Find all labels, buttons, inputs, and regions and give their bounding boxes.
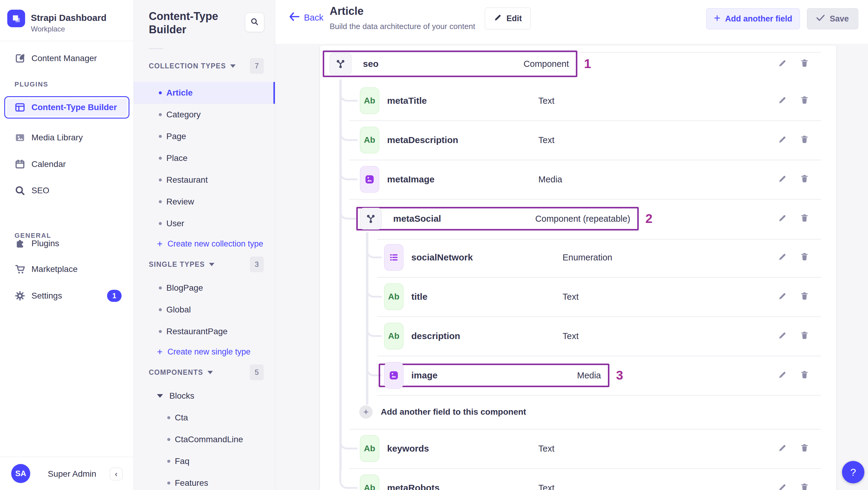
section-count-badge: 7 bbox=[250, 58, 264, 74]
edit-field-button[interactable] bbox=[776, 212, 789, 225]
create-new-collection-type-link[interactable]: +Create new collection type bbox=[134, 235, 275, 253]
field-type: Text bbox=[562, 292, 579, 302]
edit-field-button[interactable] bbox=[776, 57, 789, 70]
save-button[interactable]: Save bbox=[807, 8, 858, 29]
panel-item-review[interactable]: Review bbox=[134, 191, 275, 213]
strapi-logo-icon bbox=[7, 10, 25, 27]
panel-item-global[interactable]: Global bbox=[134, 299, 275, 320]
add-field-to-component-label[interactable]: Add another field to this component bbox=[381, 407, 526, 417]
edit-field-button[interactable] bbox=[776, 329, 789, 343]
sidebar-item-label: Marketplace bbox=[31, 264, 78, 274]
sidebar-item-label: Plugins bbox=[31, 239, 59, 248]
bullet-icon bbox=[159, 157, 162, 160]
chevron-down-icon bbox=[157, 394, 163, 398]
edit-field-button[interactable] bbox=[776, 481, 789, 490]
section-header-components[interactable]: COMPONENTS 5 bbox=[134, 366, 275, 379]
help-button[interactable]: ? bbox=[842, 461, 864, 483]
content-type-builder-panel: Content-Type Builder COLLECTION TYPES 7A… bbox=[134, 0, 275, 490]
section-header-single-types[interactable]: SINGLE TYPES 3 bbox=[134, 258, 275, 271]
delete-field-button[interactable] bbox=[798, 94, 811, 108]
delete-field-button[interactable] bbox=[798, 442, 811, 455]
back-link[interactable]: Back bbox=[289, 12, 323, 23]
sidebar-item-content-manager[interactable]: Content Manager bbox=[0, 48, 134, 69]
add-another-field-button[interactable]: + Add another field bbox=[706, 8, 800, 29]
field-name: title bbox=[411, 292, 427, 302]
sidebar-item-marketplace[interactable]: Marketplace bbox=[0, 258, 134, 280]
text-field-glyph: Ab bbox=[388, 331, 399, 341]
delete-field-button[interactable] bbox=[798, 133, 811, 147]
pencil-icon bbox=[778, 443, 787, 454]
tree-elbow bbox=[339, 82, 358, 102]
chevron-down-icon bbox=[208, 371, 213, 374]
row-divider bbox=[349, 429, 821, 429]
delete-field-button[interactable] bbox=[798, 369, 811, 382]
pencil-icon bbox=[778, 252, 787, 263]
delete-field-button[interactable] bbox=[798, 57, 811, 70]
calendar-icon bbox=[14, 159, 25, 170]
pencil-icon bbox=[778, 483, 787, 490]
delete-field-button[interactable] bbox=[798, 290, 811, 303]
avatar[interactable]: SA bbox=[11, 464, 30, 483]
panel-item-faq[interactable]: Faq bbox=[134, 450, 275, 472]
text-field-glyph: Ab bbox=[364, 96, 375, 105]
trash-icon bbox=[800, 483, 809, 490]
delete-field-button[interactable] bbox=[798, 481, 811, 490]
text-field-icon: Ab bbox=[360, 127, 379, 153]
panel-item-article[interactable]: Article bbox=[134, 82, 275, 104]
collapse-sidebar-button[interactable]: ‹ bbox=[110, 468, 123, 480]
trash-icon bbox=[800, 331, 809, 341]
section-header-collection-types[interactable]: COLLECTION TYPES 7 bbox=[134, 59, 275, 72]
edit-label: Edit bbox=[506, 14, 522, 23]
create-new-single-type-link[interactable]: +Create new single type bbox=[134, 342, 275, 361]
sidebar-item-media-library[interactable]: Media Library bbox=[0, 127, 134, 149]
delete-field-button[interactable] bbox=[798, 212, 811, 225]
seo-icon bbox=[14, 185, 25, 196]
sidebar-item-settings[interactable]: Settings1 bbox=[0, 285, 134, 307]
bullet-icon bbox=[167, 460, 170, 463]
sidebar-item-plugins[interactable]: Plugins bbox=[0, 233, 134, 254]
user-name: Super Admin bbox=[48, 469, 96, 479]
edit-field-button[interactable] bbox=[776, 94, 789, 108]
edit-field-button[interactable] bbox=[776, 251, 789, 264]
panel-item-restaurantpage[interactable]: RestaurantPage bbox=[134, 320, 275, 342]
sidebar-item-seo[interactable]: SEO bbox=[0, 180, 134, 202]
section-count-badge: 3 bbox=[250, 256, 264, 272]
fields-card: 1seoComponentAbmetaTitleTextAbmetaDescri… bbox=[320, 45, 836, 490]
add-field-to-component-button[interactable]: + bbox=[359, 405, 373, 419]
panel-item-page[interactable]: Page bbox=[134, 125, 275, 147]
tree-elbow bbox=[339, 161, 358, 180]
content-manager-icon bbox=[14, 53, 25, 64]
panel-item-features[interactable]: Features bbox=[134, 472, 275, 490]
panel-item-restaurant[interactable]: Restaurant bbox=[134, 169, 275, 191]
delete-field-button[interactable] bbox=[798, 173, 811, 186]
panel-item-ctacommandline[interactable]: CtaCommandLine bbox=[134, 429, 275, 450]
sidebar-item-calendar[interactable]: Calendar bbox=[0, 153, 134, 175]
bullet-icon bbox=[159, 200, 162, 203]
edit-button[interactable]: Edit bbox=[485, 7, 531, 29]
pencil-icon bbox=[494, 13, 502, 24]
delete-field-button[interactable] bbox=[798, 329, 811, 343]
edit-field-button[interactable] bbox=[776, 173, 789, 186]
text-field-glyph: Ab bbox=[364, 135, 375, 145]
panel-item-user[interactable]: User bbox=[134, 213, 275, 235]
bullet-icon bbox=[167, 438, 170, 441]
panel-item-category[interactable]: Category bbox=[134, 104, 275, 125]
panel-item-place[interactable]: Place bbox=[134, 147, 275, 169]
sidebar-item-content-type-builder[interactable]: Content-Type Builder bbox=[4, 96, 129, 119]
panel-item-cta[interactable]: Cta bbox=[134, 407, 275, 429]
search-button[interactable] bbox=[245, 13, 264, 32]
edit-field-button[interactable] bbox=[776, 133, 789, 147]
edit-field-button[interactable] bbox=[776, 442, 789, 455]
text-field-glyph: Ab bbox=[364, 444, 375, 453]
bullet-icon bbox=[167, 416, 170, 419]
delete-field-button[interactable] bbox=[798, 251, 811, 264]
edit-field-button[interactable] bbox=[776, 290, 789, 303]
bullet-icon bbox=[159, 179, 162, 182]
row-divider bbox=[377, 239, 821, 240]
edit-field-button[interactable] bbox=[776, 369, 789, 382]
tree-elbow bbox=[339, 469, 358, 489]
user-row: SA Super Admin ‹ bbox=[0, 457, 134, 490]
group-blocks[interactable]: Blocks bbox=[134, 385, 275, 407]
annotation-number: 3 bbox=[616, 368, 623, 382]
panel-item-blogpage[interactable]: BlogPage bbox=[134, 277, 275, 299]
